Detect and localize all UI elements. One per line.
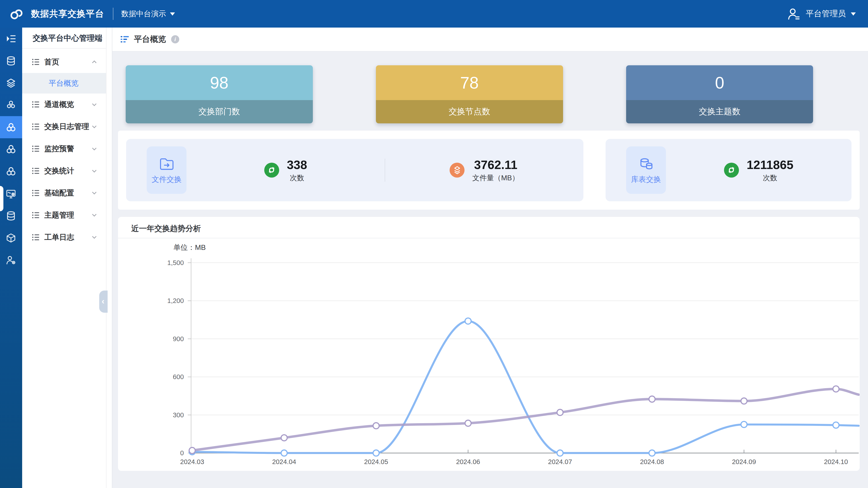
sidebar-item-label: 平台概览: [49, 78, 98, 88]
file-exchange-tile[interactable]: 文件交换: [147, 147, 186, 194]
sidebar-collapse-handle[interactable]: ‹: [99, 291, 107, 313]
file-exchange-count-value: 338: [287, 158, 307, 172]
collapse-sidebar-icon: [5, 33, 17, 44]
file-exchange-label: 文件交换: [152, 174, 182, 185]
chevron-icon: [90, 101, 98, 108]
rail-item-database[interactable]: [0, 50, 22, 72]
table-exchange-count-metric: 1211865 次数: [666, 158, 851, 183]
sidebar-item-label: 监控预警: [44, 144, 90, 154]
svg-text:2024.04: 2024.04: [272, 458, 296, 466]
sidebar-item-work-order-log[interactable]: 工单日志: [22, 226, 106, 249]
user-label: 平台管理员: [806, 8, 846, 19]
svg-text:2024.03: 2024.03: [180, 458, 204, 466]
left-edge-handle[interactable]: [0, 186, 3, 212]
table-exchange-label: 库表交换: [631, 174, 661, 185]
chevron-icon: [90, 189, 98, 197]
exchange-knot-icon: [5, 143, 17, 155]
sidebar-subitem-platform-overview[interactable]: 平台概览: [22, 73, 106, 94]
rail-item-data-store[interactable]: [0, 205, 22, 227]
workspace-label: 数据中台演示: [121, 9, 166, 19]
sidebar-item-label: 首页: [44, 57, 90, 67]
workspace-dropdown[interactable]: 数据中台演示: [121, 9, 175, 19]
sidebar-item-basic-config[interactable]: 基础配置: [22, 182, 106, 204]
svg-text:2024.07: 2024.07: [548, 458, 572, 466]
sidebar-item-exchange-statistics[interactable]: 交换统计: [22, 160, 106, 182]
chevron-left-icon: ‹: [102, 297, 104, 306]
app-window: 数据共享交换平台 数据中台演示 平台管理员: [0, 0, 868, 488]
sync-icon: [724, 163, 739, 177]
svg-text:2024.10: 2024.10: [824, 458, 848, 466]
exchange-summary-card: 文件交换 338 次数: [118, 131, 860, 210]
chevron-icon: [90, 123, 98, 131]
chevron-icon: [90, 233, 98, 241]
file-exchange-volume-value: 3762.11: [472, 158, 519, 172]
main-area: 平台概览 i 98 交换部门数 78 交换节点数 0 交换主题: [112, 28, 868, 488]
list-icon: [32, 123, 40, 131]
chevron-icon: [90, 167, 98, 175]
rail-item-monitor[interactable]: [0, 183, 22, 205]
svg-text:300: 300: [173, 411, 184, 419]
info-icon[interactable]: i: [171, 35, 180, 43]
topbar: 数据共享交换平台 数据中台演示 平台管理员: [0, 0, 868, 28]
chevron-icon: [90, 58, 98, 66]
file-exchange-count-label: 次数: [287, 173, 307, 183]
sidebar-item-monitoring-alerts[interactable]: 监控预警: [22, 138, 106, 160]
overview-lines-icon: [120, 35, 129, 44]
svg-text:0: 0: [180, 449, 184, 457]
exchange-knot-icon: [5, 122, 17, 133]
rail-item-exchange-node[interactable]: [0, 138, 22, 160]
chevron-icon: [90, 211, 98, 219]
rail-item-exchange-hub[interactable]: [0, 160, 22, 183]
list-icon: [32, 189, 40, 197]
sidebar-item-label: 工单日志: [44, 232, 90, 242]
table-exchange-count-label: 次数: [747, 173, 794, 183]
stat-value: 78: [376, 65, 563, 100]
volume-layers-icon: [450, 163, 465, 177]
page-title: 平台概览: [134, 34, 166, 45]
stat-cards-row: 98 交换部门数 78 交换节点数 0 交换主题数: [126, 65, 855, 123]
rail-item-layers[interactable]: [0, 72, 22, 94]
list-icon: [32, 144, 40, 153]
sidebar-item-home[interactable]: 首页: [22, 51, 106, 73]
rail-item-user-admin[interactable]: [0, 249, 22, 271]
stat-value: 0: [626, 65, 813, 100]
trend-chart-card: 近一年交换趋势分析 03006009001,2001,5002024.03202…: [118, 217, 860, 471]
topbar-divider: [113, 8, 113, 20]
svg-text:900: 900: [173, 335, 184, 343]
list-icon: [32, 211, 40, 219]
sidebar-item-label: 主题管理: [44, 210, 90, 220]
database-exchange-icon: [637, 156, 655, 172]
user-menu[interactable]: 平台管理员: [787, 7, 856, 21]
user-settings-icon: [5, 254, 17, 265]
folder-exchange-icon: [158, 156, 176, 172]
svg-text:2024.08: 2024.08: [640, 458, 664, 466]
stat-label: 交换部门数: [126, 100, 313, 123]
file-exchange-volume-metric: 3762.11 文件量（MB）: [385, 158, 583, 183]
sidebar-item-topic-management[interactable]: 主题管理: [22, 204, 106, 226]
chart-title: 近一年交换趋势分析: [118, 217, 860, 238]
chevron-icon: [90, 145, 98, 153]
app-logo-icon: [8, 5, 25, 23]
svg-text:1,200: 1,200: [167, 297, 184, 304]
rail-item-exchange-center[interactable]: [0, 116, 22, 138]
trend-line-chart: 03006009001,2001,5002024.032024.042024.0…: [118, 238, 860, 466]
rail-item-package[interactable]: [0, 227, 22, 249]
list-icon: [32, 233, 40, 241]
rail-item-collapse[interactable]: [0, 28, 22, 50]
monitor-settings-icon: [5, 188, 17, 199]
svg-text:2024.06: 2024.06: [456, 458, 480, 466]
table-exchange-tile[interactable]: 库表交换: [626, 147, 666, 194]
sidebar-item-channel-overview[interactable]: 通道概览: [22, 94, 106, 116]
sidebar-item-exchange-log-management[interactable]: 交换日志管理: [22, 116, 106, 138]
svg-text:2024.09: 2024.09: [732, 458, 756, 466]
sidebar-item-label: 交换统计: [44, 166, 90, 176]
file-exchange-panel: 文件交换 338 次数: [126, 139, 583, 201]
file-exchange-count-metric: 338 次数: [186, 158, 385, 183]
sync-icon: [264, 163, 279, 177]
layers-icon: [5, 77, 17, 89]
svg-text:2024.05: 2024.05: [364, 458, 388, 466]
file-exchange-volume-label: 文件量（MB）: [472, 173, 519, 183]
stat-value: 98: [126, 65, 313, 100]
rail-item-hexagon-nodes[interactable]: [0, 94, 22, 116]
hexagon-nodes-icon: [5, 100, 17, 111]
